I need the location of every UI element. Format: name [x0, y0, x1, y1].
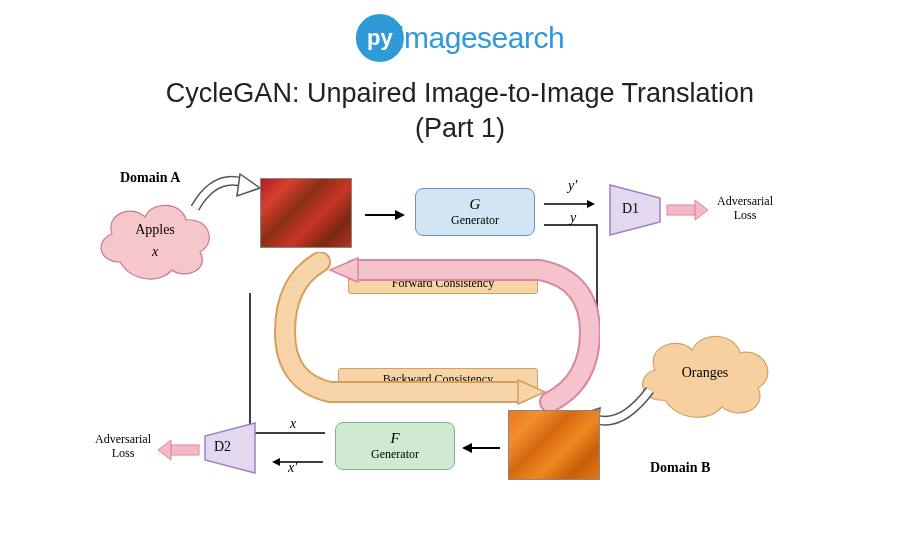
curved-arrow-a: [185, 168, 265, 223]
cyclegan-diagram: Domain A Apples x G Generator y′ y D1: [90, 160, 830, 530]
arrow-to-f: [460, 438, 505, 458]
domain-a-var: x: [90, 244, 220, 260]
gen-g-label: Generator: [451, 213, 499, 228]
label-y: y: [570, 210, 576, 226]
pyimagesearch-logo: py imagesearch: [356, 14, 564, 62]
arrow-loss2: [156, 438, 201, 462]
logo-py: py: [367, 25, 393, 51]
gen-f-symbol: F: [390, 430, 399, 447]
gen-g-symbol: G: [470, 196, 481, 213]
adversarial-loss-2: Adversarial Loss: [88, 432, 158, 461]
d2-label: D2: [214, 439, 231, 455]
logo-circle: py: [356, 14, 404, 62]
domain-b-title: Domain B: [650, 460, 710, 476]
oranges-image: [508, 410, 600, 480]
label-x: x: [290, 416, 296, 432]
arrow-to-g: [360, 205, 410, 225]
gen-f-label: Generator: [371, 447, 419, 462]
generator-f-box: F Generator: [335, 422, 455, 470]
svg-rect-2: [667, 205, 695, 215]
domain-b-name: Oranges: [630, 365, 780, 381]
domain-a-title: Domain A: [120, 170, 180, 186]
label-yprime: y′: [568, 178, 577, 194]
label-xprime: x′: [288, 460, 297, 476]
arrow-xprime: [268, 452, 328, 472]
generator-g-box: G Generator: [415, 188, 535, 236]
arrow-loss1: [665, 198, 710, 222]
apples-image: [260, 178, 352, 248]
logo-text: imagesearch: [398, 21, 564, 55]
domain-a-name: Apples: [90, 222, 220, 238]
d1-label: D1: [622, 201, 639, 217]
page-title-line2: (Part 1): [0, 113, 920, 144]
svg-rect-5: [171, 445, 199, 455]
page-title-line1: CycleGAN: Unpaired Image-to-Image Transl…: [0, 78, 920, 109]
adversarial-loss-1: Adversarial Loss: [710, 194, 780, 223]
